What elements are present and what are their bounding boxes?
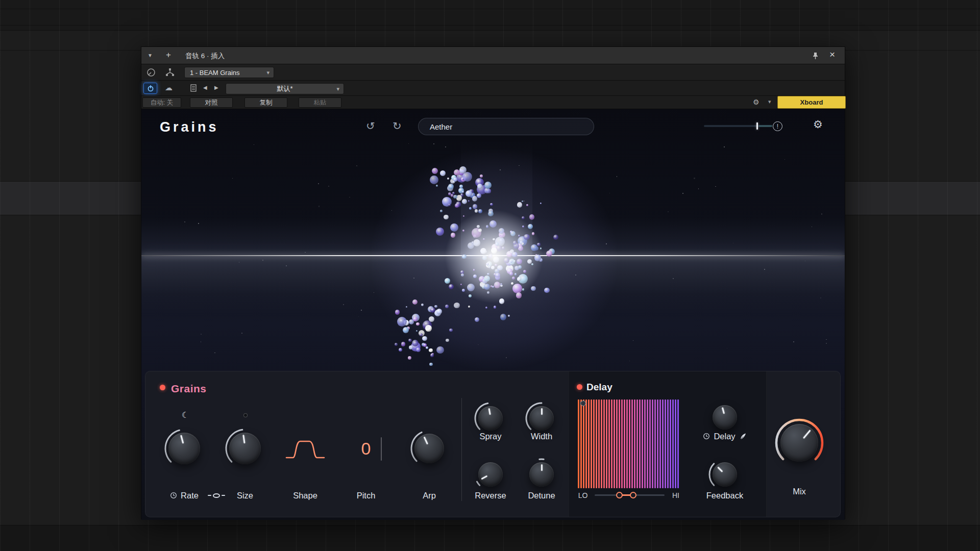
particle bbox=[462, 172, 472, 182]
particle bbox=[510, 231, 512, 233]
particle bbox=[493, 257, 500, 263]
preset-selector[interactable]: 默认* ▾ bbox=[226, 83, 344, 94]
routing-icon[interactable] bbox=[165, 68, 175, 77]
particle bbox=[522, 277, 526, 281]
particle bbox=[462, 179, 464, 180]
particle bbox=[546, 251, 552, 257]
particle bbox=[534, 246, 538, 251]
particle bbox=[495, 242, 499, 246]
particle bbox=[510, 261, 512, 263]
clock-icon bbox=[170, 492, 177, 499]
particle bbox=[470, 192, 475, 198]
power-icon bbox=[147, 85, 154, 92]
particle bbox=[456, 195, 462, 201]
reverse-knob[interactable] bbox=[472, 456, 509, 493]
next-preset-button[interactable]: ▶ bbox=[214, 85, 218, 90]
particle bbox=[446, 339, 449, 342]
particle bbox=[420, 333, 423, 337]
particle bbox=[488, 209, 494, 214]
preset-file-icon[interactable] bbox=[190, 84, 197, 92]
star bbox=[478, 344, 479, 345]
particle bbox=[537, 243, 541, 246]
particle bbox=[553, 235, 558, 240]
plugin-menu-caret-icon[interactable]: ▾ bbox=[768, 98, 771, 105]
particle bbox=[535, 254, 537, 256]
star bbox=[198, 223, 199, 224]
window-titlebar[interactable]: ▼ + 音轨 6 · 插入 × bbox=[141, 47, 845, 64]
device-selector[interactable]: 1 - BEAM Grains ▾ bbox=[184, 67, 274, 78]
star bbox=[519, 165, 519, 166]
particle bbox=[434, 310, 441, 316]
delay-pointer bbox=[710, 403, 740, 433]
particle bbox=[460, 270, 464, 274]
led-indicator[interactable] bbox=[243, 413, 248, 417]
arp-knob[interactable] bbox=[408, 427, 451, 470]
redo-button[interactable]: ↻ bbox=[393, 120, 402, 132]
particle bbox=[529, 214, 534, 219]
plugin-gear-icon[interactable]: ⚙ bbox=[813, 118, 823, 131]
compare-button[interactable]: 对照 bbox=[190, 97, 233, 108]
horizon-line bbox=[141, 255, 845, 256]
preset-name-field[interactable]: Aether bbox=[418, 118, 594, 135]
volume-slider[interactable] bbox=[704, 125, 772, 127]
particle bbox=[518, 235, 520, 237]
star bbox=[826, 339, 827, 340]
star bbox=[500, 169, 500, 170]
device-selector-caret-icon: ▾ bbox=[266, 69, 270, 76]
shape-curve-display[interactable] bbox=[285, 436, 326, 461]
copy-button[interactable]: 复制 bbox=[244, 97, 287, 108]
power-button[interactable] bbox=[143, 83, 157, 94]
star bbox=[286, 265, 287, 266]
particle bbox=[468, 306, 470, 308]
plugin-settings-gear-icon[interactable]: ⚙ bbox=[753, 98, 760, 106]
volume-slider-handle[interactable] bbox=[756, 122, 758, 130]
star bbox=[682, 193, 683, 194]
particle bbox=[492, 244, 498, 251]
particle bbox=[412, 299, 418, 305]
particle bbox=[512, 284, 522, 293]
moon-icon[interactable]: ☾ bbox=[182, 410, 189, 420]
particle bbox=[411, 342, 421, 352]
particle bbox=[409, 345, 413, 350]
paste-button[interactable]: 粘贴 bbox=[299, 97, 341, 108]
particle bbox=[436, 309, 442, 314]
star bbox=[523, 201, 524, 202]
undo-button[interactable]: ↺ bbox=[366, 120, 375, 132]
particle bbox=[465, 190, 472, 197]
pitch-value[interactable]: 0 bbox=[343, 435, 389, 462]
star bbox=[239, 262, 240, 263]
cloud-icon[interactable]: ☁ bbox=[165, 83, 173, 92]
particle bbox=[487, 273, 489, 275]
prev-preset-button[interactable]: ◀ bbox=[203, 85, 207, 90]
particle bbox=[509, 272, 513, 276]
particle bbox=[527, 259, 532, 264]
xboard-button[interactable]: Xboard bbox=[777, 96, 846, 109]
action-toolbar: 自动: 关 对照 复制 粘贴 ⚙ ▾ Xboard bbox=[141, 96, 845, 109]
particle bbox=[453, 195, 457, 199]
particle bbox=[408, 356, 411, 360]
mix-label-row: Mix bbox=[756, 486, 843, 497]
collapse-caret-icon[interactable]: ▼ bbox=[148, 53, 153, 58]
alert-icon[interactable]: ! bbox=[773, 121, 782, 131]
particle bbox=[431, 353, 433, 355]
particle bbox=[500, 314, 507, 320]
feedback-knob[interactable] bbox=[706, 456, 744, 493]
close-button[interactable]: × bbox=[829, 49, 835, 60]
mix-knob[interactable] bbox=[774, 417, 825, 468]
particle bbox=[526, 204, 528, 206]
feather-icon[interactable] bbox=[739, 433, 747, 440]
particle bbox=[459, 166, 467, 173]
add-device-button[interactable]: + bbox=[166, 50, 171, 60]
particle bbox=[487, 189, 491, 193]
particle bbox=[477, 225, 480, 228]
rate-knob[interactable] bbox=[162, 426, 207, 471]
particle bbox=[495, 275, 500, 280]
automation-toggle[interactable]: 自动: 关 bbox=[142, 97, 181, 108]
size-knob[interactable] bbox=[223, 426, 267, 471]
detune-knob[interactable] bbox=[523, 456, 560, 493]
particle bbox=[408, 339, 412, 342]
star bbox=[821, 213, 822, 214]
pin-icon[interactable] bbox=[812, 52, 819, 60]
nebula-glow bbox=[372, 149, 617, 369]
remote-controls-icon[interactable] bbox=[146, 68, 156, 77]
